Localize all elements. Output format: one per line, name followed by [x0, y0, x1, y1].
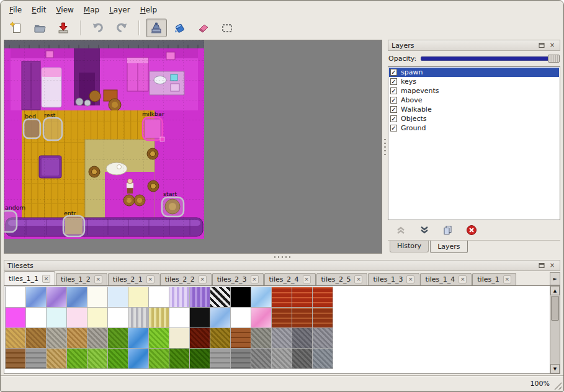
- object-marker-start[interactable]: [162, 197, 184, 216]
- map-viewport[interactable]: bed rest milkbar start entr andom: [4, 40, 382, 254]
- tileset-tile[interactable]: [128, 287, 148, 307]
- tab-close-icon[interactable]: ×: [199, 275, 207, 283]
- tileset-tab-tiles_1[interactable]: tiles_1×: [472, 273, 516, 285]
- selection-handle[interactable]: [160, 137, 164, 141]
- tileset-tile[interactable]: [292, 328, 312, 348]
- tileset-tile[interactable]: [26, 287, 46, 307]
- tileset-tile[interactable]: [313, 308, 333, 327]
- horizontal-splitter[interactable]: [1, 254, 563, 260]
- tileset-tile[interactable]: [108, 328, 128, 348]
- tileset-tile[interactable]: [169, 349, 189, 368]
- object-marker-bed[interactable]: [24, 119, 40, 138]
- tileset-tile[interactable]: [149, 308, 169, 327]
- tileset-tile[interactable]: [67, 308, 87, 327]
- object-marker-rest[interactable]: [43, 118, 62, 140]
- layer-visible-checkbox[interactable]: ✓: [390, 125, 397, 131]
- tileset-tile[interactable]: [6, 287, 25, 307]
- tileset-grid[interactable]: [5, 287, 333, 369]
- float-dock-icon[interactable]: [537, 42, 546, 50]
- tileset-view[interactable]: ▲ ▼: [4, 285, 560, 374]
- tileset-tile[interactable]: [292, 349, 312, 368]
- map-canvas[interactable]: bed rest milkbar start entr andom: [4, 40, 204, 239]
- layer-row-keys[interactable]: ✓keys: [389, 77, 559, 86]
- tab-close-icon[interactable]: ×: [406, 275, 414, 283]
- tileset-tile[interactable]: [128, 308, 148, 327]
- tab-close-icon[interactable]: ×: [354, 275, 362, 283]
- tileset-tile[interactable]: [47, 328, 66, 348]
- tileset-tile[interactable]: [87, 308, 107, 327]
- layer-visible-checkbox[interactable]: ✓: [390, 106, 397, 113]
- tab-close-icon[interactable]: ×: [42, 275, 50, 283]
- dock-tab-history[interactable]: History: [390, 241, 429, 252]
- tileset-tile[interactable]: [251, 287, 271, 307]
- opacity-slider-handle[interactable]: [548, 55, 560, 63]
- menu-item-help[interactable]: Help: [135, 4, 162, 16]
- float-dock-icon[interactable]: [537, 262, 546, 270]
- tab-close-icon[interactable]: ×: [303, 275, 311, 283]
- tileset-tile[interactable]: [47, 287, 66, 307]
- tileset-tile[interactable]: [149, 349, 169, 368]
- tileset-tile[interactable]: [169, 287, 189, 307]
- close-dock-icon[interactable]: ×: [548, 262, 557, 270]
- tileset-tile[interactable]: [67, 349, 87, 368]
- tileset-tab-tiles_2_4[interactable]: tiles_2_4×: [264, 273, 316, 285]
- layer-visible-checkbox[interactable]: ✓: [390, 87, 397, 94]
- tileset-tile[interactable]: [231, 328, 251, 348]
- scroll-up-icon[interactable]: ▲: [550, 286, 560, 295]
- scrollbar-thumb[interactable]: [551, 296, 559, 321]
- tileset-tile[interactable]: [231, 308, 251, 327]
- tileset-tile[interactable]: [169, 328, 189, 348]
- tileset-tile[interactable]: [272, 308, 292, 327]
- open-map-button[interactable]: [29, 19, 50, 37]
- object-marker-random[interactable]: [4, 211, 17, 232]
- tileset-tile[interactable]: [26, 308, 46, 327]
- bucket-fill-button[interactable]: [169, 19, 190, 37]
- tileset-tile[interactable]: [313, 287, 333, 307]
- layer-row-walkable[interactable]: ✓Walkable: [389, 105, 559, 114]
- close-dock-icon[interactable]: ×: [548, 42, 557, 50]
- lower-layer-button[interactable]: [418, 223, 431, 237]
- tileset-tile[interactable]: [210, 308, 230, 327]
- tab-close-icon[interactable]: ×: [503, 275, 511, 283]
- tab-close-icon[interactable]: ×: [459, 275, 467, 283]
- tileset-tab-tiles_1_3[interactable]: tiles_1_3×: [368, 273, 419, 285]
- menu-item-map[interactable]: Map: [79, 4, 104, 16]
- tileset-tile[interactable]: [292, 308, 312, 327]
- layer-row-above[interactable]: ✓Above: [389, 96, 559, 105]
- tileset-tab-tiles_1_2[interactable]: tiles_1_2×: [56, 273, 107, 285]
- scroll-down-icon[interactable]: ▼: [550, 364, 560, 373]
- layer-row-objects[interactable]: ✓Objects: [389, 114, 559, 123]
- tileset-tile[interactable]: [251, 349, 271, 368]
- menu-item-edit[interactable]: Edit: [27, 4, 51, 16]
- tileset-tab-tiles_2_5[interactable]: tiles_2_5×: [316, 273, 368, 285]
- opacity-slider[interactable]: [421, 53, 560, 64]
- tileset-tab-tiles_1_1[interactable]: tiles_1_1×: [4, 271, 55, 285]
- duplicate-layer-button[interactable]: [441, 223, 455, 237]
- tileset-tile[interactable]: [272, 349, 292, 368]
- tileset-tile[interactable]: [108, 287, 128, 307]
- tileset-tile[interactable]: [67, 287, 87, 307]
- tileset-tile[interactable]: [149, 328, 169, 348]
- tileset-tile[interactable]: [87, 287, 107, 307]
- delete-layer-button[interactable]: [465, 223, 478, 237]
- tileset-tile[interactable]: [67, 328, 87, 348]
- layer-visible-checkbox[interactable]: ✓: [390, 78, 397, 85]
- tileset-tile[interactable]: [292, 287, 312, 307]
- tab-close-icon[interactable]: ×: [94, 275, 102, 283]
- menu-item-file[interactable]: File: [4, 4, 27, 16]
- tileset-tile[interactable]: [6, 349, 25, 368]
- tileset-tile[interactable]: [190, 287, 210, 307]
- object-marker-milkbar-selected[interactable]: [143, 117, 163, 140]
- menu-item-layer[interactable]: Layer: [104, 4, 135, 16]
- tileset-tile[interactable]: [47, 308, 66, 327]
- tileset-tile[interactable]: [169, 308, 189, 327]
- tileset-tile[interactable]: [190, 328, 210, 348]
- tileset-tile[interactable]: [210, 287, 230, 307]
- layer-visible-checkbox[interactable]: ✓: [390, 69, 397, 76]
- layer-row-spawn[interactable]: ✓spawn: [389, 68, 559, 77]
- tileset-tile[interactable]: [313, 328, 333, 348]
- tileset-tile[interactable]: [313, 349, 333, 368]
- redo-button[interactable]: [111, 19, 132, 37]
- tileset-tile[interactable]: [6, 328, 25, 348]
- tab-scroll-right-icon[interactable]: ►: [550, 272, 560, 285]
